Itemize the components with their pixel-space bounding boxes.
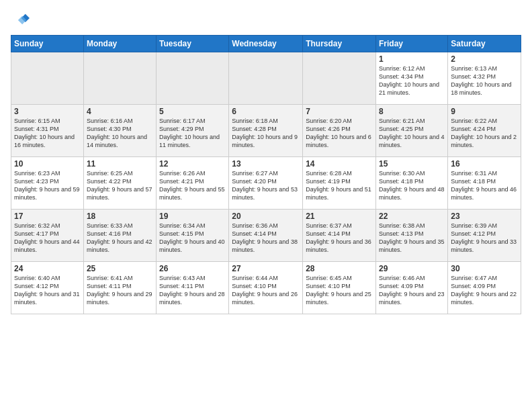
day-number: 13 [232, 159, 300, 169]
logo [11, 11, 32, 30]
day-number: 2 [451, 54, 518, 64]
calendar-header-sunday: Sunday [11, 36, 84, 52]
calendar-cell: 30Sunrise: 6:47 AM Sunset: 4:09 PM Dayli… [448, 262, 521, 314]
calendar-header-friday: Friday [376, 36, 448, 52]
day-info: Sunrise: 6:37 AM Sunset: 4:14 PM Dayligh… [306, 222, 373, 255]
calendar-cell: 16Sunrise: 6:31 AM Sunset: 4:18 PM Dayli… [448, 157, 521, 210]
day-info: Sunrise: 6:18 AM Sunset: 4:28 PM Dayligh… [232, 117, 300, 150]
calendar-cell: 24Sunrise: 6:40 AM Sunset: 4:12 PM Dayli… [11, 262, 84, 314]
calendar-week-4: 17Sunrise: 6:32 AM Sunset: 4:17 PM Dayli… [11, 210, 521, 262]
day-number: 23 [451, 212, 518, 221]
day-info: Sunrise: 6:26 AM Sunset: 4:21 PM Dayligh… [159, 169, 226, 202]
day-info: Sunrise: 6:41 AM Sunset: 4:11 PM Dayligh… [87, 274, 153, 307]
calendar-cell [83, 52, 156, 105]
day-info: Sunrise: 6:28 AM Sunset: 4:19 PM Dayligh… [306, 169, 373, 202]
calendar-week-5: 24Sunrise: 6:40 AM Sunset: 4:12 PM Dayli… [11, 262, 521, 314]
day-info: Sunrise: 6:25 AM Sunset: 4:22 PM Dayligh… [87, 169, 153, 202]
calendar-cell: 12Sunrise: 6:26 AM Sunset: 4:21 PM Dayli… [157, 157, 229, 210]
day-info: Sunrise: 6:22 AM Sunset: 4:24 PM Dayligh… [451, 117, 518, 150]
calendar-cell: 2Sunrise: 6:13 AM Sunset: 4:32 PM Daylig… [448, 52, 521, 105]
day-number: 22 [379, 212, 445, 221]
day-info: Sunrise: 6:13 AM Sunset: 4:32 PM Dayligh… [451, 64, 518, 97]
day-number: 26 [159, 264, 226, 273]
calendar-header-wednesday: Wednesday [229, 36, 303, 52]
calendar-cell: 13Sunrise: 6:27 AM Sunset: 4:20 PM Dayli… [229, 157, 303, 210]
day-number: 21 [306, 212, 373, 221]
day-number: 14 [306, 159, 373, 169]
calendar-cell: 11Sunrise: 6:25 AM Sunset: 4:22 PM Dayli… [83, 157, 156, 210]
calendar-cell [303, 52, 376, 105]
day-info: Sunrise: 6:46 AM Sunset: 4:09 PM Dayligh… [379, 274, 445, 307]
calendar-cell: 8Sunrise: 6:21 AM Sunset: 4:25 PM Daylig… [376, 105, 448, 157]
calendar-cell: 17Sunrise: 6:32 AM Sunset: 4:17 PM Dayli… [11, 210, 84, 262]
calendar-cell: 18Sunrise: 6:33 AM Sunset: 4:16 PM Dayli… [83, 210, 156, 262]
calendar-cell: 27Sunrise: 6:44 AM Sunset: 4:10 PM Dayli… [229, 262, 303, 314]
day-number: 24 [14, 264, 81, 273]
day-info: Sunrise: 6:40 AM Sunset: 4:12 PM Dayligh… [14, 274, 81, 307]
day-info: Sunrise: 6:39 AM Sunset: 4:12 PM Dayligh… [451, 222, 518, 255]
calendar-header-row: SundayMondayTuesdayWednesdayThursdayFrid… [11, 36, 521, 52]
calendar-cell: 14Sunrise: 6:28 AM Sunset: 4:19 PM Dayli… [303, 157, 376, 210]
day-number: 25 [87, 264, 153, 273]
calendar-cell: 9Sunrise: 6:22 AM Sunset: 4:24 PM Daylig… [448, 105, 521, 157]
calendar-cell [11, 52, 84, 105]
calendar-cell: 10Sunrise: 6:23 AM Sunset: 4:23 PM Dayli… [11, 157, 84, 210]
calendar-cell [157, 52, 229, 105]
day-info: Sunrise: 6:43 AM Sunset: 4:11 PM Dayligh… [159, 274, 226, 307]
day-info: Sunrise: 6:15 AM Sunset: 4:31 PM Dayligh… [14, 117, 81, 150]
header [11, 11, 521, 30]
day-number: 28 [306, 264, 373, 273]
day-number: 27 [232, 264, 300, 273]
day-info: Sunrise: 6:38 AM Sunset: 4:13 PM Dayligh… [379, 222, 445, 255]
calendar-cell: 28Sunrise: 6:45 AM Sunset: 4:10 PM Dayli… [303, 262, 376, 314]
calendar-cell: 22Sunrise: 6:38 AM Sunset: 4:13 PM Dayli… [376, 210, 448, 262]
calendar-cell: 6Sunrise: 6:18 AM Sunset: 4:28 PM Daylig… [229, 105, 303, 157]
calendar-week-1: 1Sunrise: 6:12 AM Sunset: 4:34 PM Daylig… [11, 52, 521, 105]
day-number: 15 [379, 159, 445, 169]
day-info: Sunrise: 6:32 AM Sunset: 4:17 PM Dayligh… [14, 222, 81, 255]
day-info: Sunrise: 6:47 AM Sunset: 4:09 PM Dayligh… [451, 274, 518, 307]
calendar-cell: 4Sunrise: 6:16 AM Sunset: 4:30 PM Daylig… [83, 105, 156, 157]
day-info: Sunrise: 6:30 AM Sunset: 4:18 PM Dayligh… [379, 169, 445, 202]
day-number: 16 [451, 159, 518, 169]
calendar-header-saturday: Saturday [448, 36, 521, 52]
calendar-week-3: 10Sunrise: 6:23 AM Sunset: 4:23 PM Dayli… [11, 157, 521, 210]
day-info: Sunrise: 6:17 AM Sunset: 4:29 PM Dayligh… [159, 117, 226, 150]
logo-icon [11, 11, 30, 30]
day-number: 18 [87, 212, 153, 221]
day-number: 29 [379, 264, 445, 273]
day-info: Sunrise: 6:12 AM Sunset: 4:34 PM Dayligh… [379, 64, 445, 97]
calendar-header-tuesday: Tuesday [157, 36, 229, 52]
calendar-cell [229, 52, 303, 105]
day-number: 30 [451, 264, 518, 273]
calendar-cell: 15Sunrise: 6:30 AM Sunset: 4:18 PM Dayli… [376, 157, 448, 210]
day-number: 1 [379, 54, 445, 64]
day-info: Sunrise: 6:31 AM Sunset: 4:18 PM Dayligh… [451, 169, 518, 202]
day-number: 11 [87, 159, 153, 169]
day-info: Sunrise: 6:27 AM Sunset: 4:20 PM Dayligh… [232, 169, 300, 202]
day-number: 5 [159, 107, 226, 116]
day-info: Sunrise: 6:23 AM Sunset: 4:23 PM Dayligh… [14, 169, 81, 202]
day-info: Sunrise: 6:21 AM Sunset: 4:25 PM Dayligh… [379, 117, 445, 150]
day-info: Sunrise: 6:16 AM Sunset: 4:30 PM Dayligh… [87, 117, 153, 150]
calendar-cell: 26Sunrise: 6:43 AM Sunset: 4:11 PM Dayli… [157, 262, 229, 314]
calendar-header-monday: Monday [83, 36, 156, 52]
day-number: 3 [14, 107, 81, 116]
day-info: Sunrise: 6:36 AM Sunset: 4:14 PM Dayligh… [232, 222, 300, 255]
day-number: 7 [306, 107, 373, 116]
calendar-cell: 19Sunrise: 6:34 AM Sunset: 4:15 PM Dayli… [157, 210, 229, 262]
day-number: 4 [87, 107, 153, 116]
calendar-cell: 1Sunrise: 6:12 AM Sunset: 4:34 PM Daylig… [376, 52, 448, 105]
day-number: 17 [14, 212, 81, 221]
calendar-week-2: 3Sunrise: 6:15 AM Sunset: 4:31 PM Daylig… [11, 105, 521, 157]
day-number: 6 [232, 107, 300, 116]
day-number: 10 [14, 159, 81, 169]
calendar-cell: 5Sunrise: 6:17 AM Sunset: 4:29 PM Daylig… [157, 105, 229, 157]
calendar-cell: 20Sunrise: 6:36 AM Sunset: 4:14 PM Dayli… [229, 210, 303, 262]
day-number: 8 [379, 107, 445, 116]
day-info: Sunrise: 6:45 AM Sunset: 4:10 PM Dayligh… [306, 274, 373, 307]
calendar-header-thursday: Thursday [303, 36, 376, 52]
calendar-cell: 29Sunrise: 6:46 AM Sunset: 4:09 PM Dayli… [376, 262, 448, 314]
day-number: 19 [159, 212, 226, 221]
calendar-cell: 25Sunrise: 6:41 AM Sunset: 4:11 PM Dayli… [83, 262, 156, 314]
